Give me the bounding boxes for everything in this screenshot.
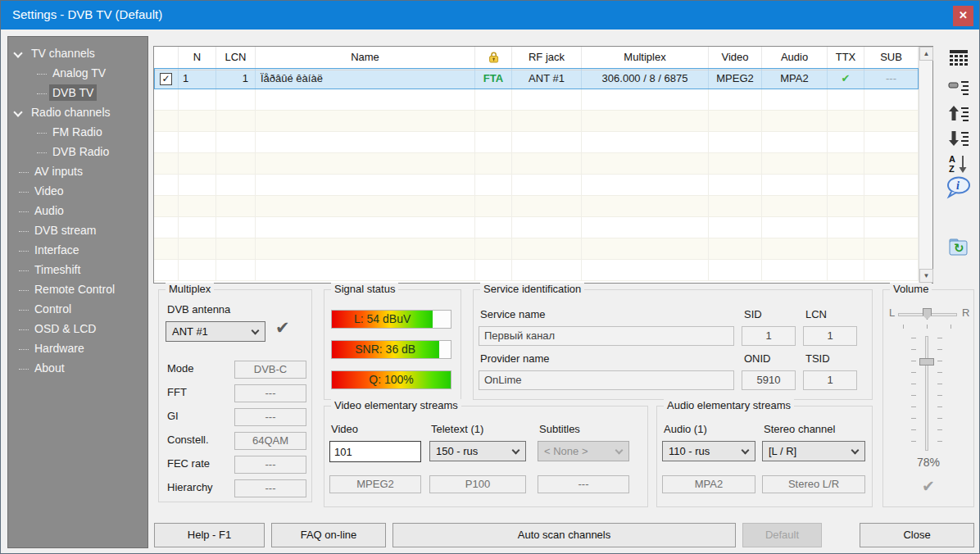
- video-pid-label: Video: [331, 423, 358, 435]
- teletext-label: Teletext (1): [431, 423, 483, 435]
- table-empty-cell: [179, 217, 216, 238]
- sidebar-item-dvb-tv[interactable]: DVB TV: [8, 83, 147, 102]
- table-empty-cell: [256, 111, 475, 132]
- tree-connector: [19, 192, 29, 193]
- table-empty-cell: [512, 175, 582, 196]
- header-checkbox-col: [154, 47, 179, 70]
- table-empty-cell: [709, 217, 762, 238]
- dvb-antenna-select[interactable]: ANT #1: [166, 321, 265, 342]
- table-empty-cell: [179, 132, 216, 153]
- sidebar-item-fm-radio[interactable]: FM Radio: [8, 122, 147, 142]
- channel-list-icon[interactable]: [943, 48, 974, 73]
- header-video: Video: [709, 47, 762, 70]
- header-lcn: LCN: [216, 47, 256, 70]
- table-empty-cell: [864, 260, 919, 281]
- table-empty-cell: [512, 132, 582, 153]
- subtitles-label: Subtitles: [539, 423, 580, 435]
- move-up-icon[interactable]: [943, 104, 974, 129]
- balance-slider-thumb[interactable]: [923, 308, 932, 320]
- sidebar-item-about[interactable]: About: [8, 358, 147, 378]
- hierarchy-label: Hierarchy: [167, 481, 213, 493]
- sidebar-item-tv-channels[interactable]: TV channels: [8, 43, 147, 63]
- table-row[interactable]: ✓ 1 1 Ïåðâûé êàíàë FTA ANT #1 306.000 / …: [154, 68, 919, 89]
- sidebar-item-analog-tv[interactable]: Analog TV: [8, 63, 147, 83]
- table-scrollbar[interactable]: ▲ ▼: [919, 47, 932, 283]
- table-empty-cell: [475, 111, 512, 132]
- sidebar-item-radio-channels[interactable]: Radio channels: [8, 102, 147, 122]
- signal-quality-bar: Q: 100%: [331, 370, 451, 389]
- sid-label: SID: [744, 308, 762, 320]
- table-empty-cell: [864, 89, 919, 111]
- table-empty-cell: [762, 238, 828, 260]
- table-empty-cell: [828, 260, 864, 281]
- sidebar-item-audio[interactable]: Audio: [8, 201, 147, 220]
- table-empty-cell: [475, 153, 512, 175]
- audio-select[interactable]: 110 - rus: [662, 441, 755, 461]
- cell-n: 1: [179, 68, 216, 89]
- close-button[interactable]: Close: [860, 523, 974, 547]
- sidebar-item-av-inputs[interactable]: AV inputs: [8, 161, 147, 181]
- lcn-label: LCN: [805, 308, 827, 320]
- move-down-icon[interactable]: [943, 129, 974, 153]
- table-empty-cell: [709, 153, 762, 175]
- sidebar-item-dvb-radio[interactable]: DVB Radio: [8, 142, 147, 161]
- table-empty-cell: [828, 111, 864, 132]
- subtitles-info-field: ---: [538, 475, 629, 493]
- signal-level-bar: L: 54 dBuV: [331, 310, 451, 329]
- close-icon[interactable]: ✕: [953, 6, 973, 26]
- cell-access: FTA: [475, 68, 512, 89]
- sidebar-item-remote-control[interactable]: Remote Control: [8, 279, 147, 299]
- balance-left-label: L: [889, 307, 895, 319]
- sidebar-item-video[interactable]: Video: [8, 181, 147, 201]
- table-empty-cell: [864, 217, 919, 238]
- teletext-info-field: P100: [429, 475, 526, 493]
- table-empty-row: [154, 260, 919, 281]
- help-button[interactable]: Help - F1: [154, 523, 265, 547]
- table-empty-cell: [762, 196, 828, 217]
- table-empty-cell: [828, 238, 864, 260]
- service-name-label: Service name: [480, 308, 545, 320]
- sidebar-item-interface[interactable]: Interface: [8, 240, 147, 260]
- sidebar-item-osd-lcd[interactable]: OSD & LCD: [8, 319, 147, 338]
- sidebar-item-dvb-stream[interactable]: DVB stream: [8, 220, 147, 240]
- channel-properties-icon[interactable]: [943, 78, 974, 102]
- table-empty-cell: [216, 238, 256, 260]
- fec-rate-field: ---: [234, 456, 306, 474]
- tree-connector: [37, 152, 47, 153]
- table-empty-cell: [256, 196, 475, 217]
- antenna-applied-check-icon: ✔: [275, 318, 290, 338]
- volume-slider[interactable]: [925, 336, 928, 451]
- faq-button[interactable]: FAQ on-line: [271, 523, 386, 547]
- rescan-icon[interactable]: ↻: [943, 237, 974, 261]
- channel-enabled-checkbox[interactable]: ✓: [160, 73, 172, 85]
- sidebar-item-control[interactable]: Control: [8, 299, 147, 319]
- tree-connector: [37, 93, 47, 94]
- volume-slider-thumb[interactable]: [919, 358, 934, 366]
- table-empty-cell: [256, 153, 475, 175]
- table-empty-cell: [828, 89, 864, 111]
- balance-right-label: R: [962, 307, 969, 319]
- table-empty-cell: [864, 132, 919, 153]
- table-empty-cell: [762, 260, 828, 281]
- auto-scan-button[interactable]: Auto scan channels: [392, 523, 736, 547]
- chevron-down-icon: [13, 49, 22, 58]
- service-identification-group: Service identification Service name SID …: [473, 289, 873, 400]
- titlebar[interactable]: Settings - DVB TV (Default) ✕: [1, 1, 979, 30]
- table-empty-cell: [475, 238, 512, 260]
- sidebar-item-timeshift[interactable]: Timeshift: [8, 260, 147, 279]
- table-empty-rows: [154, 89, 932, 281]
- balance-tick: [903, 325, 904, 329]
- channel-info-icon[interactable]: i: [943, 176, 974, 201]
- table-empty-cell: [179, 260, 216, 281]
- teletext-select[interactable]: 150 - rus: [429, 441, 526, 461]
- sidebar-item-hardware[interactable]: Hardware: [8, 338, 147, 358]
- svg-text:↻: ↻: [954, 241, 964, 256]
- table-empty-row: [154, 217, 919, 238]
- sort-az-icon[interactable]: AZ: [943, 153, 974, 178]
- video-pid-input[interactable]: [329, 441, 421, 462]
- table-empty-row: [154, 89, 919, 111]
- stereo-channel-select[interactable]: [L / R]: [762, 441, 865, 461]
- chevron-down-icon: [615, 447, 624, 455]
- scroll-up-icon[interactable]: ▲: [919, 47, 933, 61]
- scroll-down-icon[interactable]: ▼: [919, 269, 933, 283]
